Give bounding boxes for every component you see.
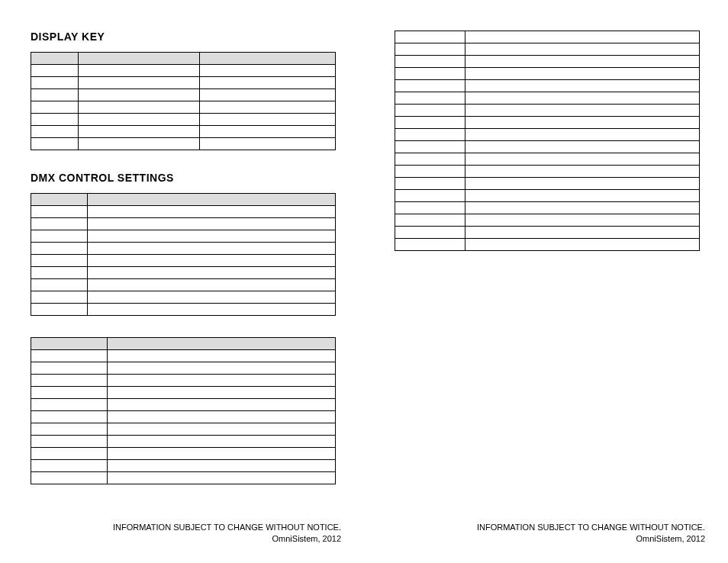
table-cell bbox=[200, 89, 336, 101]
table-row bbox=[395, 105, 700, 117]
table-cell bbox=[78, 89, 200, 101]
table-row bbox=[31, 89, 336, 101]
table-cell bbox=[78, 65, 200, 77]
table-cell bbox=[395, 227, 465, 239]
table-row bbox=[31, 230, 336, 243]
table-cell bbox=[465, 190, 699, 202]
table-cell bbox=[465, 214, 699, 227]
table-cell bbox=[87, 255, 335, 267]
table-row bbox=[31, 101, 336, 114]
table-row bbox=[31, 194, 336, 206]
table-row bbox=[31, 65, 336, 77]
table-cell bbox=[31, 291, 88, 304]
table-cell bbox=[107, 411, 335, 423]
table-cell bbox=[31, 230, 88, 243]
table-cell bbox=[107, 423, 335, 436]
table-row bbox=[395, 227, 700, 239]
heading-dmx-control-settings: DMX CONTROL SETTINGS bbox=[31, 172, 341, 184]
table-cell bbox=[78, 101, 200, 114]
table-cell bbox=[200, 101, 336, 114]
table-cell bbox=[31, 460, 108, 472]
table-cell bbox=[107, 350, 335, 362]
table-cell bbox=[31, 387, 108, 399]
table-cell bbox=[200, 53, 336, 65]
table-cell bbox=[31, 279, 88, 291]
table-cell bbox=[395, 129, 465, 141]
table-display-key bbox=[31, 52, 336, 150]
table-cell bbox=[31, 101, 79, 114]
table-cell bbox=[107, 387, 335, 399]
table-row bbox=[31, 338, 336, 350]
table-row bbox=[395, 129, 700, 141]
table-row bbox=[395, 141, 700, 153]
table-cell bbox=[31, 89, 79, 101]
table-cell bbox=[465, 153, 699, 166]
table-cell bbox=[31, 472, 108, 484]
table-cell bbox=[107, 399, 335, 411]
table-row bbox=[31, 218, 336, 230]
table-cell bbox=[465, 239, 699, 251]
table-row bbox=[31, 255, 336, 267]
table-cell bbox=[31, 350, 108, 362]
table-cell bbox=[87, 279, 335, 291]
left-column: DISPLAY KEY DMX CONTROL SETTINGS INFORMA… bbox=[0, 0, 364, 563]
table-cell bbox=[395, 105, 465, 117]
table-dmx-2 bbox=[31, 337, 336, 484]
table-cell bbox=[395, 178, 465, 190]
table-row bbox=[31, 350, 336, 362]
table-cell bbox=[31, 53, 79, 65]
table-row bbox=[395, 68, 700, 80]
table-cell bbox=[31, 206, 88, 218]
table-cell bbox=[107, 472, 335, 484]
table-cell bbox=[31, 338, 108, 350]
footer-left: INFORMATION SUBJECT TO CHANGE WITHOUT NO… bbox=[113, 522, 341, 545]
table-cell bbox=[200, 65, 336, 77]
table-row bbox=[395, 239, 700, 251]
table-row bbox=[395, 214, 700, 227]
table-cell bbox=[395, 214, 465, 227]
table-cell bbox=[200, 138, 336, 150]
table-cell bbox=[31, 267, 88, 279]
table-cell bbox=[395, 117, 465, 129]
table-cell bbox=[31, 411, 108, 423]
table-row bbox=[395, 92, 700, 105]
table-row bbox=[31, 423, 336, 436]
footer-right: INFORMATION SUBJECT TO CHANGE WITHOUT NO… bbox=[477, 522, 705, 545]
table-row bbox=[31, 138, 336, 150]
table-row bbox=[31, 279, 336, 291]
table-cell bbox=[78, 53, 200, 65]
table-cell bbox=[465, 166, 699, 178]
table-row bbox=[31, 460, 336, 472]
table-cell bbox=[395, 141, 465, 153]
table-row bbox=[395, 43, 700, 56]
table-row bbox=[395, 117, 700, 129]
table-row bbox=[395, 166, 700, 178]
page: DISPLAY KEY DMX CONTROL SETTINGS INFORMA… bbox=[0, 0, 728, 563]
table-cell bbox=[87, 230, 335, 243]
table-cell bbox=[395, 202, 465, 214]
table-row bbox=[395, 178, 700, 190]
footer-line1: INFORMATION SUBJECT TO CHANGE WITHOUT NO… bbox=[113, 522, 341, 533]
table-row bbox=[31, 472, 336, 484]
table-row bbox=[31, 291, 336, 304]
table-cell bbox=[31, 77, 79, 89]
table-cell bbox=[78, 77, 200, 89]
table-cell bbox=[395, 92, 465, 105]
table-cell bbox=[465, 92, 699, 105]
table-cell bbox=[31, 65, 79, 77]
table-cell bbox=[200, 126, 336, 138]
table-cell bbox=[465, 56, 699, 68]
table-cell bbox=[31, 448, 108, 460]
table-cell bbox=[395, 68, 465, 80]
footer-line2: OmniSistem, 2012 bbox=[113, 533, 341, 545]
table-cell bbox=[465, 117, 699, 129]
table-cell bbox=[465, 31, 699, 43]
table-dmx-1 bbox=[31, 193, 336, 316]
table-cell bbox=[395, 190, 465, 202]
table-row bbox=[31, 411, 336, 423]
table-cell bbox=[465, 202, 699, 214]
footer-line2: OmniSistem, 2012 bbox=[477, 533, 705, 545]
table-row bbox=[31, 387, 336, 399]
table-cell bbox=[31, 218, 88, 230]
table-cell bbox=[78, 138, 200, 150]
